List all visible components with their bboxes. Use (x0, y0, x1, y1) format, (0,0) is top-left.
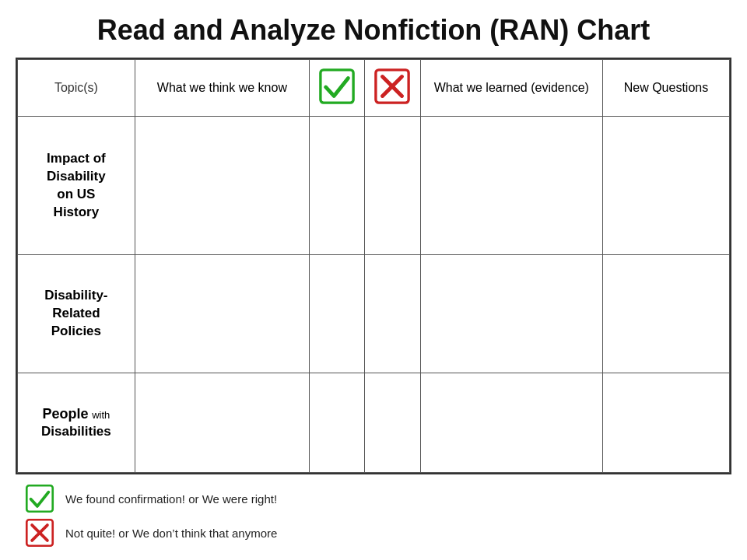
table-header-row: Topic(s) What we think we know (18, 60, 730, 117)
ran-table: Topic(s) What we think we know (17, 59, 730, 473)
legend-x-text: Not quite! or We don’t think that anymor… (65, 527, 277, 540)
header-new: New Questions (602, 60, 729, 117)
x-icon (374, 68, 411, 105)
header-check-icon (309, 60, 364, 117)
cell-disability-know[interactable] (135, 255, 309, 373)
legend-x-icon (25, 518, 54, 548)
legend-check-text: We found confirmation! or We were right! (65, 492, 277, 506)
page-title: Read and Analyze Nonfiction (RAN) Chart (16, 14, 731, 47)
cell-disability-x[interactable] (365, 255, 420, 373)
legend-item-check: We found confirmation! or We were right! (25, 484, 731, 513)
ran-table-wrapper: Topic(s) What we think we know (16, 58, 731, 474)
cell-impact-new[interactable] (602, 117, 729, 255)
topic-people-small: with (92, 409, 110, 421)
topic-impact: Impact ofDisabilityon USHistory (18, 117, 135, 255)
table-row-disability: Disability-RelatedPolicies (18, 255, 730, 373)
cell-impact-x[interactable] (365, 117, 420, 255)
cell-disability-check[interactable] (309, 255, 364, 373)
table-row-people: People with Disabilities (18, 373, 730, 473)
cell-disability-new[interactable] (602, 255, 729, 373)
legend: We found confirmation! or We were right!… (16, 484, 731, 548)
topic-people: People with Disabilities (18, 373, 135, 473)
table-row-impact: Impact ofDisabilityon USHistory (18, 117, 730, 255)
legend-check-icon (25, 484, 54, 513)
cell-impact-check[interactable] (309, 117, 364, 255)
header-know: What we think we know (135, 60, 309, 117)
cell-impact-know[interactable] (135, 117, 309, 255)
topic-disability: Disability-RelatedPolicies (18, 255, 135, 373)
topic-people-main: People (42, 406, 88, 422)
cell-people-x[interactable] (365, 373, 420, 473)
page: Read and Analyze Nonfiction (RAN) Chart … (0, 0, 747, 560)
topic-people-disabilities: Disabilities (41, 424, 111, 439)
cell-impact-learned[interactable] (420, 117, 602, 255)
header-learned: What we learned (evidence) (420, 60, 602, 117)
header-x-icon (365, 60, 420, 117)
cell-disability-learned[interactable] (420, 255, 602, 373)
cell-people-know[interactable] (135, 373, 309, 473)
cell-people-learned[interactable] (420, 373, 602, 473)
legend-item-x: Not quite! or We don’t think that anymor… (25, 518, 731, 548)
header-topics: Topic(s) (18, 60, 135, 117)
checkmark-icon (318, 68, 356, 105)
cell-people-check[interactable] (309, 373, 364, 473)
cell-people-new[interactable] (602, 373, 729, 473)
